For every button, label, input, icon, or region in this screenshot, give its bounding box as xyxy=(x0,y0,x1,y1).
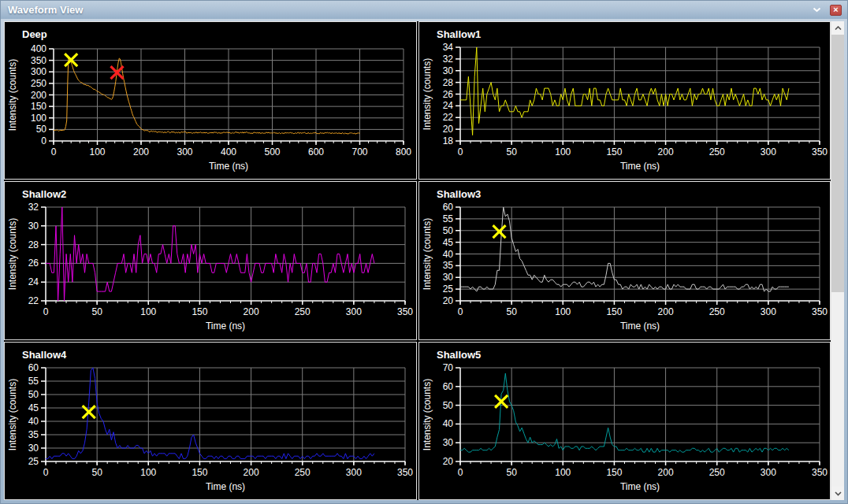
waveform-view-window: Waveform View × 050100150200250300350400… xyxy=(0,0,848,504)
svg-text:150: 150 xyxy=(192,306,207,317)
client-area: 0501001502002503003504000100200300400500… xyxy=(4,21,844,500)
waveform-chart[interactable]: 2530354045505560050100150200250300350Sha… xyxy=(5,343,416,499)
svg-text:45: 45 xyxy=(28,402,39,413)
svg-text:0: 0 xyxy=(457,146,463,158)
svg-text:100: 100 xyxy=(555,146,571,158)
svg-text:25: 25 xyxy=(28,456,39,467)
svg-text:0: 0 xyxy=(41,135,46,146)
svg-text:35: 35 xyxy=(28,429,39,440)
svg-text:200: 200 xyxy=(244,306,259,317)
svg-text:50: 50 xyxy=(506,306,517,317)
chart-title: Shallow4 xyxy=(22,349,67,361)
svg-text:20: 20 xyxy=(442,124,453,135)
svg-text:250: 250 xyxy=(31,78,46,89)
x-axis-label: Time (ns) xyxy=(206,321,245,332)
cursor-yellow[interactable] xyxy=(493,226,505,239)
svg-text:0: 0 xyxy=(43,467,49,478)
waveform-trace xyxy=(54,57,360,134)
x-axis-label: Time (ns) xyxy=(619,161,659,172)
scroll-down-button[interactable] xyxy=(831,487,844,500)
charts-grid: 0501001502002503003504000100200300400500… xyxy=(4,21,831,500)
waveform-chart[interactable]: 203040506070050100150200250300350Shallow… xyxy=(419,343,831,499)
svg-text:50: 50 xyxy=(442,225,453,236)
svg-text:200: 200 xyxy=(133,146,149,158)
svg-text:50: 50 xyxy=(36,124,47,135)
close-button[interactable]: × xyxy=(830,5,842,16)
svg-text:100: 100 xyxy=(89,146,105,158)
svg-text:28: 28 xyxy=(442,77,453,88)
svg-text:50: 50 xyxy=(28,389,39,400)
svg-text:26: 26 xyxy=(442,89,453,100)
chart-title: Deep xyxy=(22,28,47,40)
svg-text:18: 18 xyxy=(442,135,453,146)
scroll-up-chevron-icon xyxy=(835,26,842,31)
svg-text:400: 400 xyxy=(221,146,236,158)
waveform-chart[interactable]: 0501001502002503003504000100200300400500… xyxy=(5,22,416,179)
svg-text:50: 50 xyxy=(506,146,517,158)
svg-text:30: 30 xyxy=(442,272,453,284)
svg-text:150: 150 xyxy=(192,467,207,478)
x-axis-label: Time (ns) xyxy=(619,321,659,332)
chart-panel-shallow3: 202530354045505560050100150200250300350S… xyxy=(418,181,831,339)
svg-text:28: 28 xyxy=(28,239,39,250)
svg-text:300: 300 xyxy=(31,66,46,77)
svg-text:100: 100 xyxy=(555,467,571,478)
chart-panel-shallow2: 222426283032050100150200250300350Shallow… xyxy=(4,181,417,339)
scrollbar-thumb[interactable] xyxy=(831,35,844,292)
x-axis-label: Time (ns) xyxy=(619,481,659,492)
cursor-red[interactable] xyxy=(110,66,123,79)
waveform-trace xyxy=(460,373,789,452)
svg-text:150: 150 xyxy=(606,306,622,317)
scrollbar-track[interactable] xyxy=(831,35,844,487)
svg-text:0: 0 xyxy=(457,306,463,317)
svg-text:100: 100 xyxy=(140,306,156,317)
svg-text:30: 30 xyxy=(442,65,453,76)
waveform-trace xyxy=(460,47,789,135)
svg-text:300: 300 xyxy=(177,146,192,158)
svg-text:300: 300 xyxy=(760,306,775,317)
waveform-chart[interactable]: 202530354045505560050100150200250300350S… xyxy=(419,182,831,339)
titlebar[interactable]: Waveform View × xyxy=(1,1,847,19)
svg-text:100: 100 xyxy=(31,113,46,124)
svg-text:200: 200 xyxy=(657,467,673,478)
svg-text:150: 150 xyxy=(31,101,46,112)
chart-panel-shallow4: 2530354045505560050100150200250300350Sha… xyxy=(4,342,417,500)
waveform-trace xyxy=(46,207,374,301)
y-axis-label: Intensity (counts) xyxy=(7,378,18,450)
svg-text:800: 800 xyxy=(396,146,411,158)
svg-text:0: 0 xyxy=(43,306,49,317)
vertical-scrollbar[interactable] xyxy=(831,21,844,500)
waveform-chart[interactable]: 182022242628303234050100150200250300350S… xyxy=(419,22,831,179)
chart-title: Shallow3 xyxy=(437,188,481,200)
svg-text:40: 40 xyxy=(442,249,453,260)
svg-text:200: 200 xyxy=(244,467,259,478)
svg-text:0: 0 xyxy=(51,146,57,158)
svg-text:250: 250 xyxy=(709,306,724,317)
waveform-chart[interactable]: 222426283032050100150200250300350Shallow… xyxy=(5,182,416,339)
waveform-trace xyxy=(460,207,789,291)
svg-text:300: 300 xyxy=(346,467,362,478)
collapse-button[interactable] xyxy=(809,4,824,17)
svg-text:60: 60 xyxy=(442,380,453,391)
chart-title: Shallow5 xyxy=(437,349,481,361)
y-axis-label: Intensity (counts) xyxy=(422,58,433,130)
cursor-yellow[interactable] xyxy=(65,54,77,66)
svg-text:60: 60 xyxy=(28,362,39,373)
svg-text:350: 350 xyxy=(397,306,413,317)
svg-text:250: 250 xyxy=(709,146,724,158)
scroll-up-button[interactable] xyxy=(831,21,844,35)
svg-text:350: 350 xyxy=(811,467,827,478)
svg-text:100: 100 xyxy=(555,306,571,317)
svg-text:34: 34 xyxy=(442,42,453,53)
svg-text:32: 32 xyxy=(442,54,453,65)
svg-text:20: 20 xyxy=(442,295,453,306)
y-axis-label: Intensity (counts) xyxy=(422,378,433,450)
y-axis-label: Intensity (counts) xyxy=(7,59,18,131)
svg-text:600: 600 xyxy=(308,146,324,158)
svg-text:100: 100 xyxy=(140,467,156,478)
svg-text:350: 350 xyxy=(811,146,827,158)
x-axis-label: Time (ns) xyxy=(206,481,245,492)
svg-text:30: 30 xyxy=(28,443,39,454)
svg-text:300: 300 xyxy=(760,467,775,478)
svg-text:250: 250 xyxy=(709,467,724,478)
